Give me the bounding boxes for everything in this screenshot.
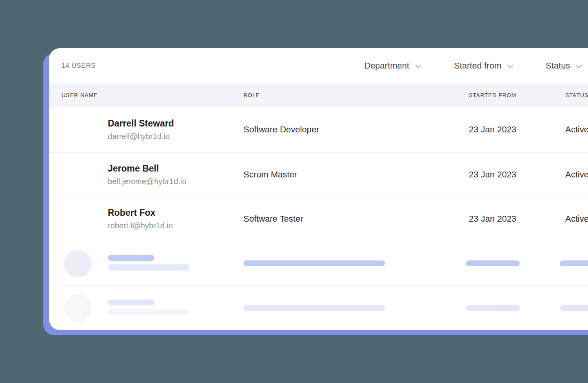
status-cell: Active (565, 214, 588, 224)
name-skeleton-bar (108, 300, 154, 305)
column-header-started-from: STARTED FROM (469, 92, 565, 98)
table-row[interactable]: Robert Fox robert.f@hybr1d.io Software T… (49, 197, 588, 241)
status-skeleton-cell (565, 260, 588, 266)
loading-row (49, 241, 588, 286)
role-skeleton-bar (243, 260, 385, 266)
column-header-role: ROLE (243, 92, 469, 98)
table-row[interactable]: Darrell Steward darrell@hybr1d.io Softwa… (49, 107, 588, 153)
toolbar: 14 USERS Department Started from (49, 48, 588, 83)
loading-user-cell (49, 257, 243, 271)
user-email: robert.f@hybr1d.io (108, 221, 243, 230)
name-skeleton-bar (108, 255, 154, 261)
started-from-cell: 23 Jan 2023 (469, 214, 565, 224)
column-header-status: STATUS (565, 92, 588, 98)
avatar-placeholder (64, 294, 92, 322)
avatar-placeholder (64, 249, 92, 277)
loading-user-cell (49, 301, 243, 315)
started-from-skeleton-bar (466, 260, 520, 266)
user-cell: Robert Fox robert.f@hybr1d.io (49, 208, 243, 231)
chevron-down-icon (507, 65, 514, 69)
started-from-cell: 23 Jan 2023 (469, 125, 565, 135)
user-email: bell.jerome@hybr1d.io (108, 177, 243, 186)
chevron-down-icon (576, 65, 582, 69)
table-header-row: USER NAME ROLE STARTED FROM STATUS (49, 83, 588, 107)
started-from-skeleton-cell (469, 305, 565, 311)
users-count-label: 14 USERS (62, 62, 96, 70)
user-email: darrell@hybr1d.io (108, 132, 243, 141)
table-row[interactable]: Jerome Bell bell.jerome@hybr1d.io Scrum … (49, 153, 588, 197)
filter-department-label: Department (364, 61, 409, 71)
filter-started-from-label: Started from (454, 61, 501, 71)
filter-status-label: Status (546, 61, 570, 71)
status-skeleton-cell (565, 305, 588, 311)
started-from-skeleton-cell (469, 260, 565, 266)
filter-department[interactable]: Department (364, 61, 421, 71)
filter-started-from[interactable]: Started from (454, 61, 514, 71)
status-cell: Active (565, 125, 588, 135)
page-background: 14 USERS Department Started from (0, 0, 588, 383)
user-cell: Darrell Steward darrell@hybr1d.io (49, 118, 243, 141)
email-skeleton-bar (108, 264, 189, 271)
role-cell: Software Tester (243, 214, 469, 224)
role-skeleton-cell (243, 305, 469, 311)
status-cell: Active (565, 170, 588, 180)
column-header-user-name: USER NAME (49, 92, 243, 98)
started-from-cell: 23 Jan 2023 (469, 170, 565, 180)
user-cell: Jerome Bell bell.jerome@hybr1d.io (49, 163, 243, 186)
email-skeleton-bar (108, 309, 189, 315)
user-name: Darrell Steward (108, 118, 243, 129)
role-skeleton-bar (243, 305, 385, 311)
users-table-card: 14 USERS Department Started from (49, 48, 588, 330)
loading-row (49, 286, 588, 330)
chevron-down-icon (415, 65, 421, 69)
role-cell: Software Developer (243, 125, 469, 135)
filter-status[interactable]: Status (546, 61, 582, 71)
status-skeleton-bar (560, 305, 588, 311)
role-cell: Scrum Master (243, 170, 469, 180)
user-name: Robert Fox (108, 208, 243, 219)
role-skeleton-cell (243, 260, 469, 266)
started-from-skeleton-bar (466, 305, 520, 311)
user-name: Jerome Bell (108, 163, 243, 174)
status-skeleton-bar (560, 260, 588, 266)
